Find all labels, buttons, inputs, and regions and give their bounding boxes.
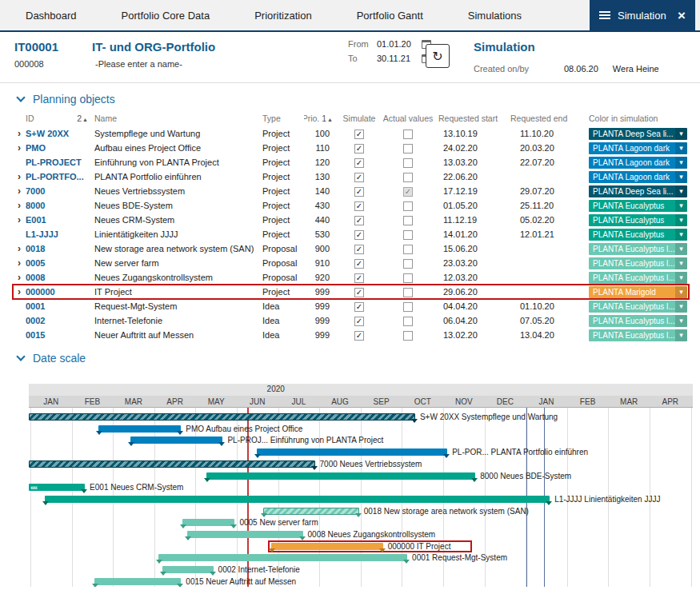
tab-simulation-active[interactable]: Simulation × <box>590 0 695 30</box>
actual-values-checkbox[interactable] <box>403 173 413 182</box>
refresh-button[interactable] <box>426 44 450 68</box>
gantt-bar[interactable] <box>158 554 407 561</box>
table-row[interactable]: 0002Internet-TelefonieIdea999✓06.04.2007… <box>13 313 689 328</box>
color-dropdown[interactable]: PLANTA Lagoon dark▾ <box>589 142 687 154</box>
color-dropdown[interactable]: PLANTA Eucalyptus l...▾ <box>589 272 687 284</box>
color-dropdown[interactable]: PLANTA Eucalyptus l...▾ <box>589 257 687 269</box>
row-id-link[interactable]: 8000 <box>26 201 94 210</box>
portfolio-subtitle[interactable]: -Please enter a name- <box>95 59 182 69</box>
actual-values-checkbox[interactable] <box>403 144 413 153</box>
gantt-bar[interactable] <box>263 508 359 515</box>
col-id[interactable]: ID <box>26 114 34 123</box>
col-name[interactable]: Name <box>94 114 262 123</box>
simulate-checkbox[interactable]: ✓ <box>354 216 364 225</box>
color-dropdown[interactable]: PLANTA Eucalyptus l...▾ <box>589 301 687 313</box>
simulate-checkbox[interactable]: ✓ <box>354 158 364 168</box>
simulate-checkbox[interactable]: ✓ <box>354 245 364 254</box>
actual-values-checkbox[interactable] <box>403 273 413 283</box>
col-actual-values[interactable]: Actual values <box>382 114 434 123</box>
row-id-link[interactable]: L1-JJJJ <box>26 229 94 239</box>
actual-values-checkbox[interactable] <box>403 259 413 269</box>
col-color-in-simulation[interactable]: Color in simulation <box>578 114 689 123</box>
actual-values-checkbox[interactable] <box>403 317 413 326</box>
gantt-bar[interactable] <box>98 425 181 433</box>
row-id-link[interactable]: S+W 20XX <box>26 129 94 138</box>
table-row[interactable]: ›PMOAufbau eines Project OfficeProject11… <box>13 141 689 155</box>
expand-icon[interactable]: › <box>13 258 26 268</box>
row-id-link[interactable]: 0002 <box>26 316 94 325</box>
actual-values-checkbox[interactable]: ✓ <box>403 187 413 197</box>
gantt-bar[interactable] <box>187 531 303 538</box>
table-row[interactable]: ›0018New storage area network system (SA… <box>13 241 689 256</box>
color-dropdown[interactable]: PLANTA Deep Sea li...▾ <box>589 128 687 140</box>
nav-item-portfolio-gantt[interactable]: Portfolio Gantt <box>334 0 446 30</box>
expand-icon[interactable]: › <box>13 129 26 138</box>
expand-icon[interactable]: › <box>13 186 26 196</box>
simulate-checkbox[interactable]: ✓ <box>354 173 364 182</box>
actual-values-checkbox[interactable] <box>403 201 413 211</box>
simulate-checkbox[interactable]: ✓ <box>354 259 364 269</box>
col-requested-end[interactable]: Requested end <box>506 114 578 123</box>
table-row[interactable]: 0015Neuer Auftritt auf MessenIdea999✓13.… <box>13 328 689 342</box>
gantt-bar[interactable] <box>162 566 213 573</box>
row-id-link[interactable]: 0001 <box>26 301 94 311</box>
row-id-link[interactable]: 0015 <box>26 330 94 340</box>
row-id-link[interactable]: 0008 <box>26 273 94 282</box>
nav-item-portfolio-core-data[interactable]: Portfolio Core Data <box>99 0 233 30</box>
row-id-link[interactable]: PL-PORTFO... <box>26 172 94 181</box>
actual-values-checkbox[interactable] <box>403 130 413 139</box>
from-date-field[interactable]: 01.01.20 <box>377 39 422 49</box>
row-id-link[interactable]: E001 <box>26 215 94 225</box>
actual-values-checkbox[interactable] <box>403 288 413 297</box>
expand-icon[interactable]: › <box>13 143 26 153</box>
actual-values-checkbox[interactable] <box>403 230 413 240</box>
gantt-bar[interactable] <box>45 496 550 503</box>
row-id-link[interactable]: 0005 <box>26 258 94 268</box>
gantt-bar[interactable] <box>29 484 85 491</box>
actual-values-checkbox[interactable] <box>403 302 413 312</box>
color-dropdown[interactable]: PLANTA Lagoon dark▾ <box>589 157 687 169</box>
row-id-link[interactable]: PMO <box>26 143 94 153</box>
table-row[interactable]: ›PL-PORTFO...PLANTA Portfolio einführenP… <box>13 169 689 184</box>
table-row[interactable]: ›7000Neues VertriebssystemProject140✓✓17… <box>13 184 689 198</box>
nav-item-prioritization[interactable]: Prioritization <box>232 0 334 30</box>
gantt-bar[interactable] <box>257 448 447 456</box>
table-row[interactable]: ›E001Neues CRM-SystemProject440✓11.12.19… <box>13 213 689 227</box>
gantt-bar[interactable] <box>206 472 475 480</box>
color-dropdown[interactable]: PLANTA Eucalyptus▾ <box>589 229 687 241</box>
table-row[interactable]: PL-PROJECTEinführung von PLANTA ProjectP… <box>13 155 689 169</box>
simulate-checkbox[interactable]: ✓ <box>354 302 364 312</box>
simulate-checkbox[interactable]: ✓ <box>354 288 364 297</box>
gantt-bar[interactable] <box>29 413 415 421</box>
row-id-link[interactable]: 0018 <box>26 244 94 253</box>
color-dropdown[interactable]: PLANTA Eucalyptus▾ <box>589 214 687 226</box>
close-icon[interactable]: × <box>678 9 686 22</box>
expand-icon[interactable]: › <box>13 215 26 225</box>
color-dropdown[interactable]: PLANTA Marigold▾ <box>589 286 687 298</box>
simulate-checkbox[interactable]: ✓ <box>354 201 364 211</box>
gantt-bar[interactable] <box>94 578 181 585</box>
expand-icon[interactable]: › <box>13 172 26 181</box>
gantt-bar[interactable] <box>182 519 234 526</box>
color-dropdown[interactable]: PLANTA Eucalyptus l...▾ <box>589 315 687 327</box>
col-prio[interactable]: Prio. <box>304 114 319 123</box>
simulate-checkbox[interactable]: ✓ <box>354 317 364 326</box>
table-row[interactable]: ›S+W 20XXSystempflege und WartungProject… <box>13 126 689 141</box>
planning-objects-section-toggle[interactable]: Planning objects <box>0 83 700 110</box>
actual-values-checkbox[interactable] <box>403 158 413 168</box>
to-date-field[interactable]: 30.11.21 <box>377 54 422 63</box>
simulate-checkbox[interactable]: ✓ <box>354 331 364 341</box>
actual-values-checkbox[interactable] <box>403 245 413 254</box>
nav-item-dashboard[interactable]: Dashboard <box>3 0 99 30</box>
simulate-checkbox[interactable]: ✓ <box>354 144 364 153</box>
table-row[interactable]: ›0005New server farmProposal910✓23.03.20… <box>13 256 689 270</box>
simulate-checkbox[interactable]: ✓ <box>354 273 364 283</box>
color-dropdown[interactable]: PLANTA Eucalyptus l...▾ <box>589 243 687 255</box>
table-row[interactable]: ›000000IT ProjectProject999✓29.06.20PLAN… <box>13 285 689 299</box>
col-type[interactable]: Type <box>262 114 304 123</box>
color-dropdown[interactable]: PLANTA Lagoon dark▾ <box>589 171 687 183</box>
date-scale-section-toggle[interactable]: Date scale <box>0 342 700 369</box>
row-id-link[interactable]: 000000 <box>26 287 94 297</box>
row-id-link[interactable]: PL-PROJECT <box>26 157 94 167</box>
gantt-bar[interactable] <box>29 460 315 468</box>
